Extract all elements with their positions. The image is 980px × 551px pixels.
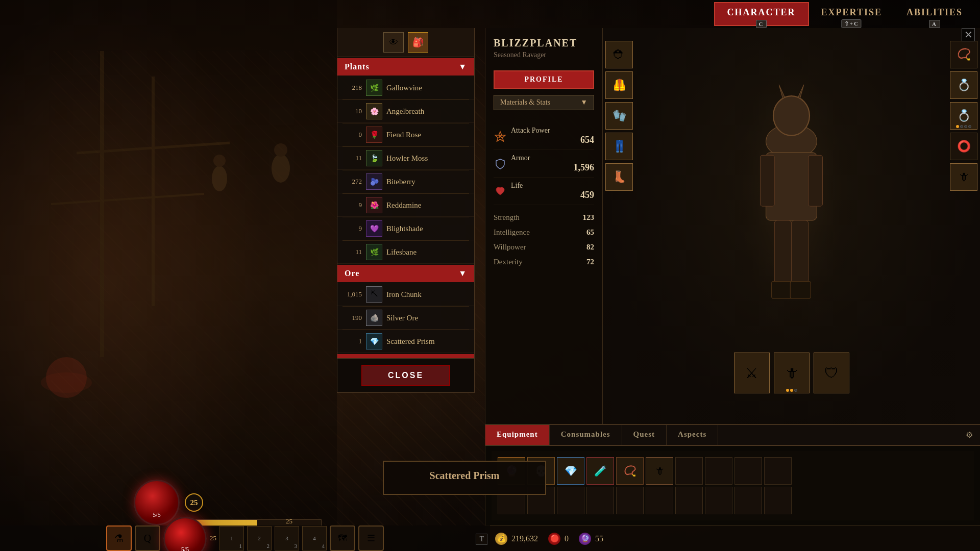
biteberry-name: Biteberry [386,178,415,186]
hotkey-slot-1[interactable]: 1 1 [219,526,244,550]
category-skins-header[interactable]: Skins ▼ [337,354,474,358]
howler-moss-qty: 11 [342,154,362,162]
weapon-slot-left[interactable]: ⚔ [734,353,770,393]
grid-slot-empty[interactable] [734,487,762,514]
t-key[interactable]: T [476,534,487,545]
inv-tab-eye[interactable]: 👁 [383,32,404,53]
list-item[interactable]: 9 💜 Blightshade [337,217,474,240]
list-item[interactable]: 11 🍃 Howler Moss [337,147,474,170]
list-item[interactable]: 1 💎 Scattered Prism [337,330,474,353]
life-label: Life [511,182,594,190]
tab-extra-icon[interactable]: ⚙ [959,425,980,445]
hotkey-slot-4[interactable]: 4 4 [302,526,327,550]
skill-slot-2[interactable]: Q [135,525,160,551]
tab-consumables[interactable]: Consumables [550,425,622,445]
equip-slot-helm[interactable]: ⛑ [605,41,633,68]
grid-slot-empty[interactable] [705,487,732,514]
grid-slot-empty[interactable] [764,487,792,514]
materials-stats-tab[interactable]: Materials & Stats ▼ [494,95,594,110]
attr-dexterity: Dexterity 72 [494,255,594,269]
intelligence-value: 65 [586,228,594,237]
grid-slot-empty[interactable] [734,457,762,485]
grid-slot-empty[interactable] [705,457,732,485]
list-item[interactable]: 0 🌹 Fiend Rose [337,123,474,146]
eye-icon: 👁 [389,37,398,48]
howler-moss-name: Howler Moss [386,154,428,163]
list-item[interactable]: 272 🫐 Biteberry [337,170,474,193]
tab-aspects[interactable]: Aspects [667,425,718,445]
grid-slot[interactable]: 📿 [616,457,644,485]
chest-icon: 🦺 [612,79,626,92]
equip-slot-ring2[interactable]: 💍 [950,102,977,130]
close-x-button[interactable]: ✕ [962,28,975,41]
grid-slot-empty[interactable] [586,487,614,514]
grid-slot-empty[interactable] [557,487,584,514]
tooltip-popup: Scattered Prism [383,461,546,495]
svg-point-10 [274,143,287,157]
weapon-slot-right[interactable]: 🗡 [774,353,810,393]
grid-slot-empty[interactable] [675,457,703,485]
inv-tab-bag[interactable]: 🎒 [408,32,428,53]
profile-button[interactable]: PROFILE [494,70,594,89]
angelbreath-name: Angelbreath [386,107,424,116]
grid-slot-empty[interactable] [646,487,673,514]
tab-expertise[interactable]: EXPERTISE ⇧+C [811,3,892,25]
tab-character[interactable]: CHARACTER C [714,2,809,26]
life-value: 459 [511,190,594,201]
tab-equipment[interactable]: Equipment [485,425,550,445]
grid-slot[interactable]: 🗡 [646,457,673,485]
svg-rect-18 [808,155,823,206]
char-name-section: BLIZZPLANET Seasoned Ravager [485,28,602,64]
grid-slot-empty[interactable] [616,487,644,514]
hotkey-2-label: 2 [258,535,261,541]
tab-quest[interactable]: Quest [622,425,667,445]
equipment-tabs-section: Equipment Consumables Quest Aspects ⚙ 🔮 … [485,424,980,525]
equip-slot-offhand[interactable]: ⭕ [950,133,977,160]
bag-icon: 🎒 [412,37,424,48]
equip-slot-pants[interactable]: 👖 [605,133,633,160]
weapon-slot-extra[interactable]: 🛡 [814,353,849,393]
category-plants-label: Plants [345,62,370,71]
close-button[interactable]: CLOSE [361,365,450,386]
svg-point-6 [41,372,92,393]
category-plants-header[interactable]: Plants ▼ [337,58,474,76]
list-item[interactable]: 218 🌿 Gallowvine [337,77,474,99]
hotkey-1-label: 1 [230,535,233,541]
strength-label: Strength [494,213,520,222]
equip-slot-mainhand[interactable]: 🗡 [950,163,977,191]
equip-slot-amulet[interactable]: 📿 [950,41,977,68]
equip-slot-gloves[interactable]: 🧤 [605,102,633,130]
svg-rect-22 [774,220,791,283]
list-item[interactable]: 9 🌺 Reddamine [337,194,474,217]
list-item[interactable]: 10 🌸 Angelbreath [337,100,474,123]
ring2-gems [956,125,971,128]
list-item[interactable]: 190 🪨 Silver Ore [337,307,474,330]
equip-slot-boots[interactable]: 👢 [605,163,633,191]
attack-power-label: Attack Power [511,127,594,135]
hud-level: 25 [210,534,216,542]
grid-slot[interactable]: 💎 [557,457,584,485]
hotkey-slot-3[interactable]: 3 3 [275,526,299,550]
grid-slot-empty[interactable] [675,487,703,514]
gloves-icon: 🧤 [612,109,626,122]
grid-slot-empty[interactable] [764,457,792,485]
ring2-icon: 💍 [957,109,971,122]
grid-slot[interactable]: 🧪 [586,457,614,485]
char-name: BLIZZPLANET [494,37,594,49]
list-item[interactable]: 11 🌿 Lifesbane [337,241,474,264]
equip-slot-ring1[interactable]: 💍 [950,71,977,99]
menu-button[interactable]: ☰ [358,525,384,551]
equip-slot-chest[interactable]: 🦺 [605,71,633,99]
list-item[interactable]: 1,015 ⛏ Iron Chunk [337,283,474,306]
tooltip-title: Scattered Prism [392,470,537,482]
reddamine-icon: 🌺 [366,197,382,213]
hotkey-slot-2[interactable]: 2 2 [247,526,272,550]
xp-label: 25 [286,517,292,525]
minimap-button[interactable]: 🗺 [330,525,355,551]
level-display: 25 [286,517,292,525]
intelligence-label: Intelligence [494,228,530,237]
tab-abilities[interactable]: ABILITIES A [894,3,975,25]
svg-point-7 [212,166,227,191]
category-ore-header[interactable]: Ore ▼ [337,265,474,282]
skill-slot-active[interactable]: ⚗ [106,525,132,551]
